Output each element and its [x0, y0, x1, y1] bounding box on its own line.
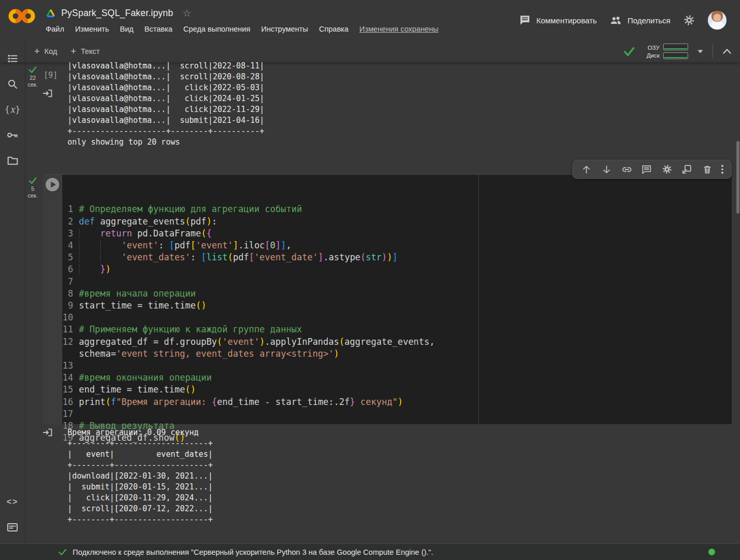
- more-cell-actions-icon[interactable]: [721, 165, 723, 174]
- connected-check-icon: [58, 549, 67, 556]
- cell-toolbar: [572, 160, 732, 179]
- user-avatar[interactable]: [708, 11, 727, 30]
- code-line[interactable]: 8#время начала операции: [62, 288, 732, 300]
- title-row: PySpark_SQL_Faker.ipynb ☆: [46, 6, 191, 20]
- code-line[interactable]: 13: [62, 360, 732, 372]
- runtime-health-dot: [708, 549, 715, 555]
- menu-item[interactable]: Файл: [45, 24, 65, 34]
- search-icon[interactable]: [5, 77, 20, 91]
- notebook-check-icon: [623, 46, 635, 57]
- cell-run-strip: [43, 175, 62, 424]
- code-line[interactable]: 2def aggregate_events(pdf):: [62, 216, 732, 228]
- code-line[interactable]: 5 'event_dates': [list(pdf['event_date']…: [62, 251, 732, 263]
- colab-app: PySpark_SQL_Faker.ipynb ☆ ФайлИзменитьВи…: [0, 0, 740, 560]
- share-button[interactable]: Поделиться: [609, 15, 670, 25]
- exec-time-unit: сек.: [25, 192, 40, 199]
- comment-button[interactable]: Комментировать: [519, 15, 597, 25]
- changes-saved-link[interactable]: Изменения сохранены: [359, 24, 439, 34]
- variables-icon[interactable]: {x}: [5, 102, 20, 117]
- exec-time: 22: [25, 75, 40, 81]
- execution-count[interactable]: [9]: [44, 71, 58, 80]
- run-cell-button[interactable]: [46, 178, 59, 191]
- exec-success-check-icon: [29, 177, 37, 185]
- terminal-icon[interactable]: [5, 520, 20, 535]
- code-editor[interactable]: 1# Определяем функцию для агрегации собы…: [62, 175, 732, 424]
- disk-usage-gauge: [663, 52, 688, 59]
- code-line[interactable]: 14#время окончания операции: [62, 372, 732, 384]
- app-header: PySpark_SQL_Faker.ipynb ☆ ФайлИзменитьВи…: [0, 0, 740, 40]
- add-code-button[interactable]: + Код: [34, 47, 57, 56]
- code-line[interactable]: 3 return pd.DataFrame({: [62, 228, 732, 240]
- settings-gear-icon[interactable]: [683, 14, 695, 26]
- code-line[interactable]: 7: [62, 276, 732, 288]
- code-line[interactable]: schema='event string, event_dates array<…: [62, 348, 732, 360]
- code-line[interactable]: 11# Применяем функцию к каждой группе да…: [62, 324, 732, 335]
- exec-success-check-icon: [29, 66, 37, 74]
- collapse-header-chevron-icon[interactable]: [721, 46, 733, 57]
- status-bar: Подключено к среде выполнения "Серверный…: [0, 543, 740, 560]
- resources-monitor[interactable]: ОЗУ Диск: [647, 44, 688, 59]
- disk-label: Диск: [647, 52, 660, 59]
- move-cell-up-icon[interactable]: [581, 164, 592, 175]
- menu-item[interactable]: Справка: [319, 24, 349, 34]
- menu-item[interactable]: Вставка: [144, 24, 173, 34]
- menu-item[interactable]: Инструменты: [261, 24, 308, 34]
- code-line[interactable]: 9start_time = time.time(): [62, 300, 732, 312]
- ram-usage-gauge: [663, 44, 688, 50]
- code-cell: 1# Определяем функцию для агрегации собы…: [43, 174, 732, 424]
- prev-output-text: |vlasovaalla@hotma...| scroll|2022-08-11…: [67, 61, 264, 148]
- code-line[interactable]: 6 }): [62, 263, 732, 275]
- code-line[interactable]: 16print(f"Время агрегации: {end_time - s…: [62, 396, 732, 408]
- cell-output-icon[interactable]: [42, 427, 53, 438]
- code-editor-lines: 1# Определяем функцию для агрегации собы…: [62, 203, 732, 444]
- code-line[interactable]: 12aggregated_df = df.groupBy('event').ap…: [62, 336, 732, 348]
- code-line[interactable]: 17: [62, 408, 732, 420]
- delete-cell-trash-icon[interactable]: [702, 164, 713, 175]
- plus-icon: +: [34, 47, 40, 56]
- code-snippets-icon[interactable]: <>: [5, 495, 20, 509]
- notebook-toolbar: + Код + Текст ОЗУ Диск: [0, 40, 740, 63]
- drive-icon: [46, 8, 56, 18]
- code-line[interactable]: 1# Определяем функцию для агрегации собы…: [62, 203, 732, 215]
- secrets-key-icon[interactable]: [5, 128, 20, 142]
- exec-time-unit: сек.: [25, 81, 40, 88]
- star-icon[interactable]: ☆: [183, 7, 191, 19]
- menu-item[interactable]: Изменить: [75, 24, 109, 34]
- toolbar-divider: [712, 45, 713, 58]
- left-sidebar: {x} <>: [0, 41, 25, 543]
- header-actions: Комментировать Поделиться: [519, 10, 727, 30]
- cell-settings-gear-icon[interactable]: [661, 164, 673, 175]
- notebook-title[interactable]: PySpark_SQL_Faker.ipynb: [61, 8, 173, 19]
- vertical-scrollbar-thumb[interactable]: [736, 141, 739, 214]
- table-of-contents-icon[interactable]: [5, 51, 20, 66]
- runtime-status-text: Подключено к среде выполнения "Серверный…: [73, 548, 433, 556]
- files-folder-icon[interactable]: [5, 153, 20, 167]
- editor-right-edge: [478, 175, 479, 424]
- menu-item[interactable]: Вид: [119, 24, 134, 34]
- code-line[interactable]: 10: [62, 312, 732, 324]
- share-people-icon: [609, 15, 622, 25]
- cell-output-icon[interactable]: [42, 88, 53, 99]
- plus-icon: +: [71, 47, 76, 56]
- exec-time: 5: [25, 186, 40, 192]
- code-line[interactable]: 15end_time = time.time(): [62, 384, 732, 396]
- colab-logo-icon[interactable]: [8, 8, 35, 24]
- comment-icon: [519, 15, 531, 25]
- menu-bar: ФайлИзменитьВидВставкаСреда выполненияИн…: [45, 24, 439, 34]
- open-in-tab-icon[interactable]: [681, 164, 693, 175]
- runtime-dropdown-caret-icon[interactable]: [697, 50, 703, 53]
- add-text-button[interactable]: + Текст: [71, 47, 100, 56]
- move-cell-down-icon[interactable]: [601, 164, 612, 175]
- menu-item[interactable]: Среда выполнения: [183, 24, 251, 34]
- add-comment-icon[interactable]: [641, 164, 652, 175]
- copy-link-to-cell-icon[interactable]: [621, 164, 633, 175]
- ram-label: ОЗУ: [648, 45, 660, 51]
- code-line[interactable]: 4 'event': [pdf['event'].iloc[0]],: [62, 240, 732, 251]
- code-output-text: Время агрегации: 0.09 секунд +--------+-…: [67, 427, 213, 525]
